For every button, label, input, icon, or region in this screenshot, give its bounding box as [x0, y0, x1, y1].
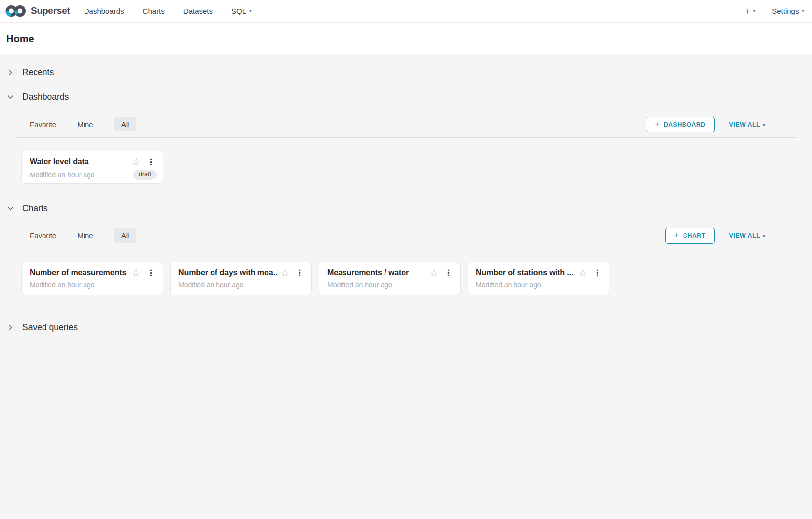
tab-mine[interactable]: Mine: [77, 120, 93, 129]
nav-item-datasets[interactable]: Datasets: [183, 7, 213, 15]
chart-card-title[interactable]: Number of measurements: [30, 268, 128, 277]
modified-timestamp: Modified an hour ago: [30, 281, 157, 289]
favorite-star-icon[interactable]: ☆: [132, 157, 141, 167]
tab-all[interactable]: All: [114, 228, 136, 243]
add-dashboard-button-label: DASHBOARD: [664, 121, 706, 128]
charts-filter-tabs: Favorite Mine All: [15, 228, 136, 243]
superset-infinity-icon: [5, 4, 27, 18]
card-bottom: Modified an hour ago: [178, 281, 305, 289]
card-top: Water level data ☆ ⋮: [30, 157, 157, 167]
nav-item-charts[interactable]: Charts: [143, 7, 165, 15]
home-content: Recents Dashboards Favorite Mine All + D…: [0, 54, 812, 334]
nav-item-dashboards[interactable]: Dashboards: [84, 7, 124, 15]
card-top: Number of measurements ☆ ⋮: [30, 268, 157, 278]
chevron-right-icon: [7, 69, 14, 76]
favorite-star-icon[interactable]: ☆: [578, 268, 587, 278]
add-dashboard-button[interactable]: + DASHBOARD: [646, 117, 715, 132]
modified-timestamp: Modified an hour ago: [476, 281, 603, 289]
charts-card-row: Number of measurements ☆ ⋮ Modified an h…: [21, 262, 797, 295]
top-navbar: Superset Dashboards Charts Datasets SQL …: [0, 0, 812, 23]
tab-mine[interactable]: Mine: [77, 231, 93, 240]
kebab-menu-icon[interactable]: ⋮: [145, 158, 157, 166]
dashboards-actions: + DASHBOARD VIEW ALL »: [646, 117, 797, 132]
add-chart-button-label: CHART: [683, 232, 706, 239]
chevron-down-icon: ▾: [249, 9, 252, 13]
section-header-saved-queries[interactable]: Saved queries: [0, 321, 812, 334]
new-item-dropdown[interactable]: + ▾: [744, 6, 755, 16]
add-chart-button[interactable]: + CHART: [665, 228, 715, 244]
chevron-down-icon: ▾: [753, 9, 756, 13]
chevron-down-icon: ▾: [802, 9, 804, 13]
draft-status-badge: draft: [133, 170, 157, 180]
chevron-down-icon: [7, 205, 14, 212]
plus-icon: +: [744, 6, 750, 16]
modified-timestamp: Modified an hour ago: [327, 281, 454, 289]
superset-logo[interactable]: Superset: [5, 4, 70, 18]
dashboard-card-title[interactable]: Water level data: [30, 157, 128, 166]
card-bottom: Modified an hour ago: [476, 281, 603, 289]
dashboard-card[interactable]: Water level data ☆ ⋮ Modified an hour ag…: [21, 151, 163, 184]
tab-favorite[interactable]: Favorite: [30, 120, 56, 129]
nav-links: Dashboards Charts Datasets SQL ▾: [84, 7, 252, 15]
plus-icon: +: [674, 232, 679, 239]
modified-timestamp: Modified an hour ago: [30, 171, 133, 179]
favorite-star-icon[interactable]: ☆: [132, 268, 141, 278]
card-bottom: Modified an hour ago: [30, 281, 157, 289]
section-label-charts: Charts: [22, 203, 48, 214]
chart-card[interactable]: Measurements / water ☆ ⋮ Modified an hou…: [319, 262, 461, 295]
plus-icon: +: [655, 121, 660, 128]
kebab-menu-icon[interactable]: ⋮: [145, 269, 157, 277]
dashboards-filter-tabs: Favorite Mine All: [15, 117, 136, 131]
section-label-saved-queries: Saved queries: [22, 322, 78, 333]
chart-card[interactable]: Number of stations with ... ☆ ⋮ Modified…: [468, 262, 609, 295]
modified-timestamp: Modified an hour ago: [178, 281, 305, 289]
chart-card-title[interactable]: Number of days with mea...: [178, 268, 277, 277]
settings-dropdown[interactable]: Settings ▾: [772, 7, 804, 15]
nav-item-sql-label: SQL: [231, 7, 246, 15]
page-header: Home: [0, 23, 812, 54]
brand-name: Superset: [31, 5, 70, 16]
section-header-charts[interactable]: Charts: [0, 202, 812, 215]
chart-card-title[interactable]: Measurements / water: [327, 268, 426, 277]
tab-favorite[interactable]: Favorite: [30, 231, 56, 240]
tab-all[interactable]: All: [114, 117, 136, 131]
nav-item-sql[interactable]: SQL ▾: [231, 7, 252, 15]
card-top: Measurements / water ☆ ⋮: [327, 268, 454, 278]
section-label-dashboards: Dashboards: [22, 92, 69, 102]
kebab-menu-icon[interactable]: ⋮: [592, 269, 603, 277]
charts-view-all-link[interactable]: VIEW ALL »: [729, 232, 766, 239]
chevron-down-icon: [7, 94, 14, 100]
card-bottom: Modified an hour ago: [327, 281, 454, 289]
charts-actions: + CHART VIEW ALL »: [665, 228, 797, 244]
charts-submenu: Favorite Mine All + CHART VIEW ALL »: [15, 222, 797, 249]
dashboards-view-all-link[interactable]: VIEW ALL »: [729, 121, 766, 128]
section-label-recents: Recents: [22, 67, 54, 78]
settings-label: Settings: [772, 7, 799, 15]
section-header-recents[interactable]: Recents: [0, 66, 812, 79]
card-top: Number of days with mea... ☆ ⋮: [178, 268, 305, 278]
chart-card-title[interactable]: Number of stations with ...: [476, 268, 574, 277]
kebab-menu-icon[interactable]: ⋮: [294, 269, 305, 277]
kebab-menu-icon[interactable]: ⋮: [443, 269, 454, 277]
dashboards-card-row: Water level data ☆ ⋮ Modified an hour ag…: [21, 151, 797, 184]
favorite-star-icon[interactable]: ☆: [281, 268, 290, 278]
chevron-right-icon: [7, 324, 14, 331]
favorite-star-icon[interactable]: ☆: [429, 268, 438, 278]
dashboards-submenu: Favorite Mine All + DASHBOARD VIEW ALL »: [15, 111, 797, 138]
card-top: Number of stations with ... ☆ ⋮: [476, 268, 603, 278]
card-bottom: Modified an hour ago draft: [30, 170, 157, 180]
chart-card[interactable]: Number of days with mea... ☆ ⋮ Modified …: [170, 262, 312, 295]
page-title: Home: [6, 33, 34, 44]
section-header-dashboards[interactable]: Dashboards: [0, 90, 812, 103]
chart-card[interactable]: Number of measurements ☆ ⋮ Modified an h…: [21, 262, 163, 295]
